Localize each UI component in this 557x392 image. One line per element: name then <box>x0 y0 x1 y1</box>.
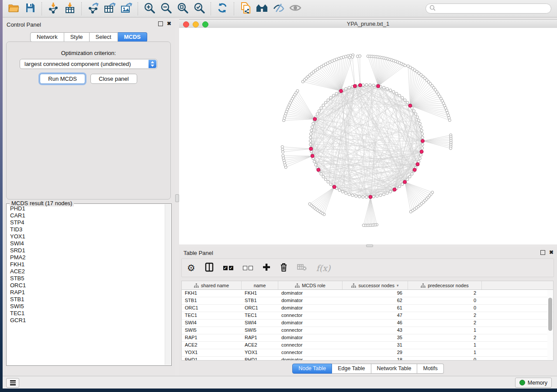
table-row[interactable]: ORC1ORC1dominator610 <box>182 305 553 312</box>
result-list-item[interactable]: ACE2 <box>7 268 165 275</box>
sort-chevron-icon[interactable]: ▾ <box>397 283 399 288</box>
cell-successor-nodes[interactable]: 35 <box>343 334 408 341</box>
refresh-button[interactable] <box>214 1 231 16</box>
cell-MCDS-role[interactable]: dominator <box>278 320 343 327</box>
cell-predecessor-nodes[interactable]: 2 <box>408 290 482 297</box>
cell-successor-nodes[interactable]: 18 <box>343 357 408 361</box>
zoom-out-button[interactable] <box>158 1 174 16</box>
cell-MCDS-role[interactable]: connector <box>278 349 343 356</box>
cell-predecessor-nodes[interactable]: 1 <box>408 342 482 349</box>
close-panel-icon[interactable]: ✖ <box>549 250 554 255</box>
result-list-item[interactable]: SWI4 <box>7 240 165 247</box>
tab-node-table[interactable]: Node Table <box>292 364 332 374</box>
import-network-button[interactable] <box>45 1 62 16</box>
cell-predecessor-nodes[interactable]: 0 <box>408 305 482 312</box>
table-scrollbar[interactable] <box>547 290 553 360</box>
export-table-button[interactable] <box>101 1 118 16</box>
cell-name[interactable]: TEC1 <box>242 312 278 319</box>
optimization-criterion-select[interactable]: largest connected component (undirected) <box>20 59 157 69</box>
column-header-MCDS-role[interactable]: MCDS role <box>278 281 343 289</box>
mcds-result-list[interactable]: PHD1CAR1STP4TID3YOX1SWI4SRD1PMA2FKH1ACE2… <box>7 205 165 365</box>
run-mcds-button[interactable]: Run MCDS <box>40 74 85 84</box>
table-row[interactable]: TEC1TEC1connector472 <box>182 312 553 320</box>
table-row[interactable]: FKH1FKH1dominator962 <box>182 290 553 297</box>
cell-successor-nodes[interactable]: 61 <box>343 305 408 312</box>
table-row[interactable]: PHD1PHD1dominator180 <box>182 357 553 361</box>
float-panel-icon[interactable] <box>158 21 163 26</box>
zoom-selected-button[interactable] <box>191 1 208 16</box>
float-panel-icon[interactable] <box>540 250 545 255</box>
result-list-item[interactable]: STP4 <box>7 219 165 226</box>
result-list-item[interactable]: SWI5 <box>7 303 165 310</box>
cell-name[interactable]: ORC1 <box>242 305 278 312</box>
result-list-item[interactable]: ORC1 <box>7 282 165 289</box>
open-button[interactable] <box>5 1 22 16</box>
cell-shared-name[interactable]: STB1 <box>182 297 242 304</box>
cell-shared-name[interactable]: SWI4 <box>182 320 242 327</box>
table-row[interactable]: RAP1RAP1dominator352 <box>182 334 553 342</box>
column-header-successor-nodes[interactable]: successor nodes▾ <box>343 281 408 289</box>
select-all-button[interactable]: ✓✓ <box>223 261 233 275</box>
cell-shared-name[interactable]: FKH1 <box>182 290 242 297</box>
minimize-window-icon[interactable] <box>193 21 199 28</box>
cell-successor-nodes[interactable]: 62 <box>343 297 408 304</box>
cell-shared-name[interactable]: PHD1 <box>182 357 242 361</box>
cell-successor-nodes[interactable]: 96 <box>343 290 408 297</box>
apply-function-button[interactable]: f(x) <box>316 261 331 275</box>
result-list-item[interactable]: FKH1 <box>7 261 165 268</box>
first-neighbors-button[interactable] <box>254 1 270 16</box>
cell-predecessor-nodes[interactable]: 2 <box>408 320 482 327</box>
result-list-item[interactable]: TID3 <box>7 226 165 233</box>
column-header-predecessor-nodes[interactable]: predecessor nodes <box>408 281 482 289</box>
close-panel-icon[interactable]: ✖ <box>167 21 171 26</box>
cell-successor-nodes[interactable]: 46 <box>343 320 408 327</box>
close-window-icon[interactable] <box>183 21 189 28</box>
cell-name[interactable]: SWI4 <box>242 320 278 327</box>
cell-MCDS-role[interactable]: dominator <box>278 290 343 297</box>
cell-name[interactable]: STB1 <box>242 297 278 304</box>
cell-predecessor-nodes[interactable]: 0 <box>408 357 482 361</box>
zoom-fit-button[interactable] <box>174 1 191 16</box>
search-input[interactable] <box>426 3 551 14</box>
close-panel-button[interactable]: Close panel <box>90 74 137 84</box>
result-scrollbar[interactable] <box>165 204 171 365</box>
cell-shared-name[interactable]: TEC1 <box>182 312 242 319</box>
column-header-shared-name[interactable]: shared name <box>182 281 242 289</box>
tab-network[interactable]: Network <box>30 32 64 42</box>
network-canvas[interactable] <box>179 28 557 244</box>
cell-predecessor-nodes[interactable]: 2 <box>408 312 482 319</box>
network-titlebar[interactable]: YPA_prune.txt_1 <box>179 19 557 28</box>
task-history-button[interactable] <box>6 378 19 388</box>
show-all-button[interactable] <box>287 1 304 16</box>
cell-successor-nodes[interactable]: 31 <box>343 342 408 349</box>
cell-shared-name[interactable]: ACE2 <box>182 342 242 349</box>
cell-successor-nodes[interactable]: 43 <box>343 327 408 334</box>
cell-name[interactable]: RAP1 <box>242 334 278 341</box>
export-image-button[interactable] <box>118 1 135 16</box>
result-list-item[interactable]: STB1 <box>7 296 165 303</box>
show-columns-button[interactable] <box>205 261 214 275</box>
cell-shared-name[interactable]: ORC1 <box>182 305 242 312</box>
result-list-item[interactable]: PMA2 <box>7 254 165 261</box>
network-from-selection-button[interactable] <box>237 1 254 16</box>
result-list-item[interactable]: TEC1 <box>7 310 165 317</box>
result-list-item[interactable]: PHD1 <box>7 205 165 212</box>
cell-successor-nodes[interactable]: 29 <box>343 349 408 356</box>
table-row[interactable]: ACE2ACE2connector311 <box>182 342 553 349</box>
zoom-in-button[interactable] <box>141 1 158 16</box>
tab-mcds[interactable]: MCDS <box>118 32 147 42</box>
add-column-button[interactable] <box>263 261 270 275</box>
result-list-item[interactable]: CAR1 <box>7 212 165 219</box>
result-list-item[interactable]: STB5 <box>7 275 165 282</box>
delete-column-button[interactable] <box>280 261 287 275</box>
scrollbar-thumb[interactable] <box>548 298 552 331</box>
cell-MCDS-role[interactable]: connector <box>278 327 343 334</box>
export-network-button[interactable] <box>85 1 101 16</box>
cell-MCDS-role[interactable]: dominator <box>278 357 343 361</box>
cell-MCDS-role[interactable]: connector <box>278 342 343 349</box>
tab-motifs[interactable]: Motifs <box>417 364 443 374</box>
cell-shared-name[interactable]: SWI5 <box>182 327 242 334</box>
cell-MCDS-role[interactable]: dominator <box>278 297 343 304</box>
delete-table-button[interactable] <box>297 261 307 275</box>
cell-shared-name[interactable]: YOX1 <box>182 349 242 356</box>
